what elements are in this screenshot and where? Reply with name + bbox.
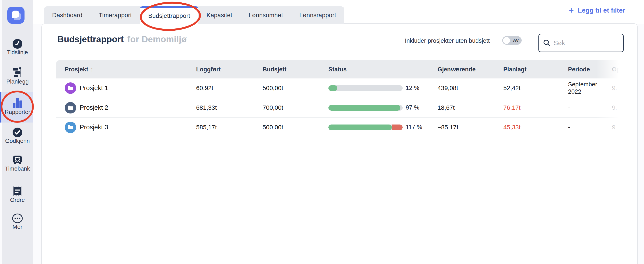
updated-date: 9. se: [612, 124, 625, 131]
remaining-hours: 18,67t: [438, 104, 503, 111]
period: September 2022: [568, 81, 612, 95]
folder-icon: [68, 86, 73, 91]
status-percentage: 117 %: [406, 124, 422, 131]
table-header-row: Prosjekt ↑ Loggført Budsjett Status Gjen…: [56, 60, 625, 78]
project-avatar: [65, 82, 76, 94]
planned-hours: 52,42t: [503, 85, 568, 92]
budget-report-table: Prosjekt ↑ Loggført Budsjett Status Gjen…: [56, 60, 625, 137]
sidebar-item-label: Timebank: [2, 165, 33, 172]
sidebar-item-rapporter[interactable]: Rapporter: [2, 97, 33, 115]
bar-chart-icon: [2, 97, 33, 109]
sidebar-item-label: Godkjenn: [2, 137, 33, 144]
project-avatar: [65, 122, 76, 133]
sidebar-item-tidslinje[interactable]: Tidslinje: [2, 39, 33, 56]
logged-hours: 585,17t: [196, 124, 262, 131]
page-title-row: Budsjettrapport for Demomiljø: [58, 34, 186, 44]
status-progress-bar: [328, 85, 402, 91]
search-icon: [543, 39, 550, 47]
sort-ascending-icon: ↑: [90, 66, 94, 73]
column-header-prosjekt[interactable]: Prosjekt ↑: [56, 66, 196, 73]
clock-icon: [2, 39, 33, 49]
budget-hours: 500,00t: [262, 124, 328, 131]
planned-hours: 45,33t: [503, 124, 568, 131]
logged-hours: 60,92t: [196, 85, 262, 92]
column-header-planlagt[interactable]: Planlagt: [503, 66, 568, 73]
add-filter-label: Legg til et filter: [578, 6, 625, 14]
updated-date: 9. se: [612, 85, 625, 92]
status-progress-bar: [328, 105, 402, 111]
check-circle-icon: [2, 127, 33, 137]
planned-hours: 76,17t: [503, 104, 568, 111]
search-input[interactable]: [554, 39, 619, 47]
column-header-status[interactable]: Status: [328, 66, 438, 73]
project-name: Prosjekt 3: [80, 124, 108, 131]
sidebar-item-godkjenn[interactable]: Godkjenn: [2, 127, 33, 144]
column-header-gjenvaerende[interactable]: Gjenværende: [438, 66, 503, 73]
column-header-periode[interactable]: Periode: [568, 66, 612, 73]
status-percentage: 12 %: [406, 85, 420, 92]
logged-hours: 681,33t: [196, 104, 262, 111]
include-projects-toggle-label: Inkluder prosjekter uten budsjett: [405, 37, 490, 44]
sidebar-item-label: Rapporter: [2, 109, 33, 115]
column-header-budsjett[interactable]: Budsjett: [262, 66, 328, 73]
safe-icon: [2, 154, 33, 165]
receipt-icon: [2, 186, 33, 197]
period: -: [568, 104, 612, 111]
plus-icon: +: [569, 7, 574, 14]
budget-hours: 700,00t: [262, 104, 328, 111]
status-progress-bar: [328, 125, 402, 130]
period: -: [568, 124, 612, 131]
gantt-icon: [2, 67, 33, 78]
sidebar-item-label: Tidslinje: [2, 49, 33, 56]
ellipsis-icon: [2, 213, 33, 224]
folder-icon: [68, 105, 73, 110]
report-tabs: Dashboard Timerapport Budsjettrapport Ka…: [44, 6, 344, 24]
sidebar-item-label: Mer: [2, 224, 33, 230]
add-filter-button[interactable]: + Legg til et filter: [569, 6, 625, 14]
toggle-knob: [503, 37, 510, 44]
remaining-hours: −85,17t: [438, 124, 503, 131]
tab-timerapport[interactable]: Timerapport: [90, 6, 140, 24]
table-row[interactable]: Prosjekt 1 60,92t 500,00t 12 % 439,08t 5…: [56, 78, 625, 98]
status-percentage: 97 %: [406, 104, 420, 111]
sidebar: Tidslinje Planlegg: [2, 0, 33, 264]
project-name: Prosjekt 2: [80, 104, 108, 111]
sidebar-item-label: Ordre: [2, 197, 33, 203]
content-card: Budsjettrapport for Demomiljø Inkluder p…: [41, 23, 638, 264]
tab-kapasitet[interactable]: Kapasitet: [198, 6, 240, 24]
table-row[interactable]: Prosjekt 3 585,17t 500,00t 117 % −85,17t…: [56, 118, 625, 137]
include-projects-toggle[interactable]: AV: [502, 36, 522, 45]
sidebar-divider: [10, 245, 23, 245]
tab-lonnsrapport[interactable]: Lønnsrapport: [291, 6, 344, 24]
updated-date: 9. se: [612, 104, 625, 111]
sidebar-item-label: Planlegg: [2, 78, 33, 85]
sidebar-item-timebank[interactable]: Timebank: [2, 154, 33, 172]
remaining-hours: 439,08t: [438, 85, 503, 92]
page-subtitle: for Demomiljø: [127, 34, 186, 44]
sidebar-item-planlegg[interactable]: Planlegg: [2, 67, 33, 85]
project-avatar: [65, 102, 76, 114]
column-header-oppdatert[interactable]: Opp: [612, 66, 625, 73]
project-name: Prosjekt 1: [80, 84, 108, 92]
search-box: [538, 34, 624, 52]
column-header-loggfort[interactable]: Loggført: [196, 66, 262, 73]
budget-hours: 500,00t: [262, 85, 328, 92]
toggle-state-label: AV: [513, 38, 519, 43]
app-window: Tidslinje Planlegg: [0, 0, 644, 264]
table-row[interactable]: Prosjekt 2 681,33t 700,00t 97 % 18,67t 7…: [56, 98, 625, 118]
folder-icon: [68, 125, 73, 130]
app-logo[interactable]: [7, 6, 24, 24]
sidebar-item-ordre[interactable]: Ordre: [2, 186, 33, 203]
tab-lonnsomhet[interactable]: Lønnsomhet: [240, 6, 291, 24]
tab-budsjettrapport[interactable]: Budsjettrapport: [140, 6, 198, 24]
tab-dashboard[interactable]: Dashboard: [44, 6, 90, 24]
sidebar-item-mer[interactable]: Mer: [2, 213, 33, 230]
page-title: Budsjettrapport: [58, 34, 124, 44]
